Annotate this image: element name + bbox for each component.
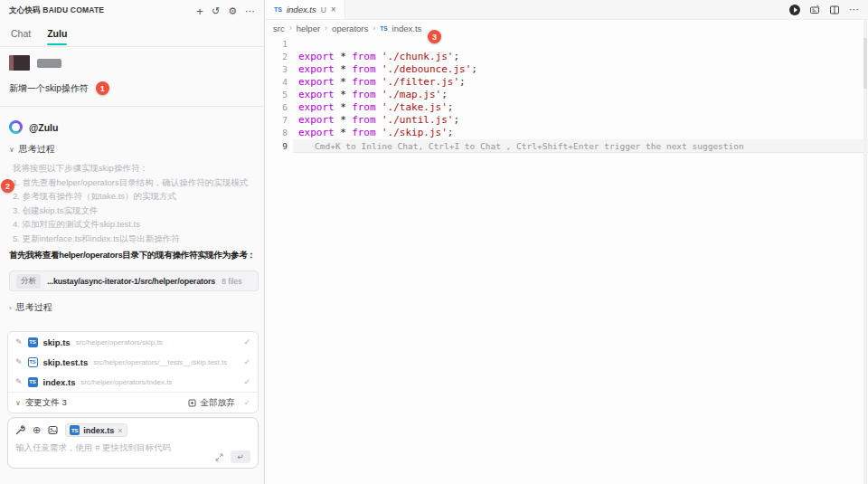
thinking-toggle-expanded[interactable]: ∨ 思考过程 [9,143,55,156]
pencil-icon: ✎ [15,357,23,366]
check-icon[interactable]: ✓ [243,337,250,346]
divider [0,106,265,107]
thinking-intro: 我将按照以下步骤实现skip操作符： [13,161,259,176]
code-line: 5 export*from'./map.js'; [266,89,868,101]
chat-input-card[interactable]: ⊕ TS index.ts × ↵ [7,417,259,469]
annotation-badge-1: 1 [96,81,109,95]
ts-language-icon: TS [274,6,282,13]
redacted-avatar [9,55,30,71]
check-icon[interactable]: ✓ [243,377,250,386]
image-icon[interactable] [48,425,58,435]
sidebar-tabs: Chat Zulu [0,22,264,47]
more-actions-icon[interactable]: ⋯ [245,6,255,16]
settings-gear-icon[interactable]: ⚙ [228,6,237,16]
thinking-step: 4. 添加对应的测试文件skip.test.ts [13,217,259,232]
user-message-row: 新增一个skip操作符 1 [9,81,109,95]
app-window: 文心快码 BAIDU COMATE + ↺ ⚙ ⋯ Chat Zulu 新增一个… [0,0,868,484]
breadcrumb: src › helper › operators › TS index.ts [273,20,421,36]
chevron-down-icon: ∨ [15,399,21,407]
changes-summary-toggle[interactable]: ∨ 变更文件 3 [15,397,67,409]
check-icon[interactable]: ✓ [243,398,250,407]
file-row-skip-test[interactable]: ✎ TS skip.test.ts src/helper/operators/_… [8,352,258,372]
thinking-content: 我将按照以下步骤实现skip操作符： 1. 首先查看helper/operato… [13,161,259,245]
annotation-badge-2: 2 [1,179,14,193]
ts-file-icon: TS [28,337,38,347]
git-status-untracked: U [321,5,326,14]
remove-context-icon[interactable]: × [118,426,122,435]
assistant-lead-text: 首先我将查看helper/operators目录下的现有操作符实现作为参考： [9,250,260,261]
breadcrumb-file[interactable]: index.ts [392,24,422,33]
new-chat-icon[interactable]: + [196,5,203,17]
expand-icon[interactable] [215,453,223,461]
more-actions-icon[interactable]: ⋯ [849,4,859,15]
file-row-skip[interactable]: ✎ TS skip.ts src/helper/operators/skip.t… [8,332,258,352]
changes-footer: ∨ 变更文件 3 全部放弃 ✓ [8,392,258,413]
ts-file-icon: TS [28,377,38,387]
redacted-user-info [9,55,61,71]
assistant-name: @Zulu [29,122,58,133]
context-file-chip[interactable]: TS index.ts × [65,423,127,437]
analysis-folder-chip[interactable]: 分析 ...kustay/async-iterator-1/src/helper… [9,270,259,291]
code-editor: TS index.ts U × ⋯ src › helper › operat [266,0,868,484]
ts-test-file-icon: TS [28,357,38,367]
thinking-step: 5. 更新interface.ts和index.ts以导出新操作符 [13,232,259,246]
add-context-icon[interactable]: ⊕ [33,424,41,436]
redacted-name [37,59,61,68]
breadcrumb-src[interactable]: src [273,24,285,33]
analysis-badge: 分析 [16,274,41,289]
close-tab-icon[interactable]: × [331,5,336,14]
sidebar-header: 文心快码 BAIDU COMATE + ↺ ⚙ ⋯ [0,0,264,22]
analysis-file-count: 8 files [222,277,241,286]
tab-chat[interactable]: Chat [11,22,31,46]
editor-actions: ⋯ [789,0,868,19]
code-line: 7 export*from'./until.js'; [266,114,868,127]
comate-sidebar: 文心快码 BAIDU COMATE + ↺ ⚙ ⋯ Chat Zulu 新增一个… [0,0,265,484]
scrollbar-thumb[interactable] [863,38,867,89]
pencil-icon: ✎ [15,337,23,346]
file-row-index[interactable]: ✎ TS index.ts src/helper/operators/index… [8,372,258,392]
discard-icon [188,399,196,407]
breadcrumb-helper[interactable]: helper [297,24,320,33]
breadcrumb-operators[interactable]: operators [332,24,368,33]
breadcrumb-separator: › [373,24,375,33]
user-message: 新增一个skip操作符 [9,82,89,95]
breadcrumb-separator: › [289,24,292,33]
editor-scrollbar[interactable] [863,20,867,484]
send-button[interactable]: ↵ [231,451,250,463]
history-icon[interactable]: ↺ [212,6,220,16]
code-line: 1 [266,38,868,51]
chevron-right-icon: › [9,304,12,312]
code-line: 2 export*from'./chunk.js'; [266,51,868,63]
input-actions: ↵ [215,451,250,463]
thinking-step: 2. 参考现有操作符（如take.ts）的实现方式 [13,189,259,204]
editor-tabbar: TS index.ts U × ⋯ [266,0,868,20]
thinking-toggle-collapsed[interactable]: › 思考过程 [9,301,52,314]
code-line: 4 export*from'./filter.js'; [266,76,868,89]
breadcrumb-separator: › [325,24,327,33]
changed-files-card: ✎ TS skip.ts src/helper/operators/skip.t… [7,331,259,413]
code-area: 1 2 export*from'./chunk.js'; 3 export*fr… [266,38,868,153]
code-line: 8 export*from'./skip.js'; [266,127,868,139]
analysis-path: ...kustay/async-iterator-1/src/helper/op… [47,277,215,286]
code-line-ghost: 9 Cmd+K to Inline Chat, Ctrl+I to Chat ,… [266,139,868,153]
sidebar-title: 文心快码 BAIDU COMATE [9,5,104,16]
enter-icon: ↵ [237,452,244,461]
thinking-step: 3. 创建skip.ts实现文件 [13,204,259,218]
comate-logo-icon[interactable] [789,5,800,15]
code-line: 3 export*from'./debounce.js'; [266,63,868,76]
chevron-down-icon: ∨ [9,146,14,154]
pencil-icon: ✎ [15,377,23,386]
check-icon[interactable]: ✓ [243,357,250,366]
assistant-header: @Zulu [9,120,58,134]
editor-tab-index-ts[interactable]: TS index.ts U × [266,0,345,19]
tools-icon[interactable] [15,425,25,435]
input-toolbar: ⊕ TS index.ts × [15,423,250,437]
split-editor-icon[interactable] [829,5,840,15]
zulu-avatar-icon [9,120,23,134]
tab-zulu[interactable]: Zulu [47,22,67,46]
code-line: 6 export*from'./take.js'; [266,101,868,114]
thinking-step: 1. 首先查看helper/operators目录结构，确认操作符的实现模式 [13,176,259,190]
inline-suggestion-hint: Cmd+K to Inline Chat, Ctrl+I to Chat , C… [293,139,868,153]
review-changes-icon[interactable] [809,5,820,15]
discard-all-button[interactable]: 全部放弃 [188,397,234,409]
